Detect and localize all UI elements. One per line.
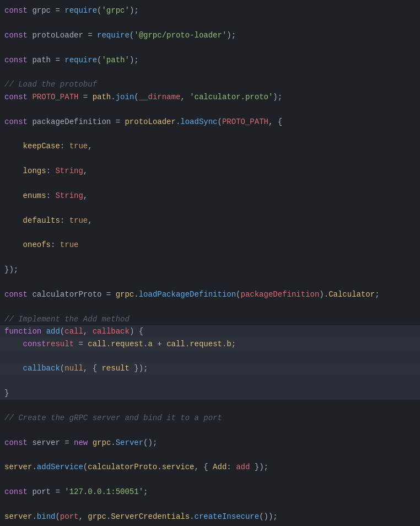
code-line: const server = new grpc.Server(); bbox=[0, 437, 420, 449]
code-line: callback(null, { result }); bbox=[0, 362, 420, 374]
code-line: const path = require('path'); bbox=[0, 54, 420, 66]
code-line bbox=[0, 300, 420, 313]
code-editor: const grpc = require('grpc'); const prot… bbox=[0, 0, 420, 526]
code-line: const port = '127.0.0.1:50051'; bbox=[0, 486, 420, 498]
code-line: } bbox=[0, 387, 420, 399]
code-line bbox=[0, 276, 420, 288]
code-line: const packageDefinition = protoLoader.lo… bbox=[0, 116, 420, 128]
code-line bbox=[0, 474, 420, 486]
code-line bbox=[0, 202, 420, 214]
code-line bbox=[0, 449, 420, 461]
code-line bbox=[0, 41, 420, 53]
code-line: // Implement the Add method bbox=[0, 313, 420, 325]
code-line: oneofs: true bbox=[0, 239, 420, 251]
code-line: function add(call, callback) { bbox=[0, 325, 420, 337]
code-line bbox=[0, 400, 420, 412]
code-line bbox=[0, 375, 420, 387]
code-line: longs: String, bbox=[0, 165, 420, 177]
code-line: // Create the gRPC server and bind it to… bbox=[0, 412, 420, 424]
code-line: keepCase: true, bbox=[0, 140, 420, 152]
code-line bbox=[0, 523, 420, 526]
code-line bbox=[0, 350, 420, 362]
code-line: const grpc = require('grpc'); bbox=[0, 4, 420, 17]
code-line: // Load the protobuf bbox=[0, 78, 420, 90]
code-line: }); bbox=[0, 264, 420, 276]
code-line: const calculatorProto = grpc.loadPackage… bbox=[0, 288, 420, 300]
code-line: const PROTO_PATH = path.join(__dirname, … bbox=[0, 91, 420, 103]
code-line bbox=[0, 153, 420, 165]
code-line bbox=[0, 103, 420, 115]
code-line bbox=[0, 424, 420, 436]
code-line: server.bind(port, grpc.ServerCredentials… bbox=[0, 511, 420, 523]
code-line bbox=[0, 177, 420, 189]
code-line bbox=[0, 498, 420, 511]
code-line bbox=[0, 251, 420, 264]
code-line bbox=[0, 128, 420, 140]
code-line: const protoLoader = require('@grpc/proto… bbox=[0, 29, 420, 41]
code-line bbox=[0, 66, 420, 78]
code-line bbox=[0, 227, 420, 239]
code-line: defaults: true, bbox=[0, 214, 420, 227]
code-line: constresult = call.request.a + call.requ… bbox=[0, 338, 420, 350]
code-line: server.addService(calculatorProto.servic… bbox=[0, 461, 420, 473]
code-line bbox=[0, 17, 420, 29]
code-line: enums: String, bbox=[0, 190, 420, 202]
